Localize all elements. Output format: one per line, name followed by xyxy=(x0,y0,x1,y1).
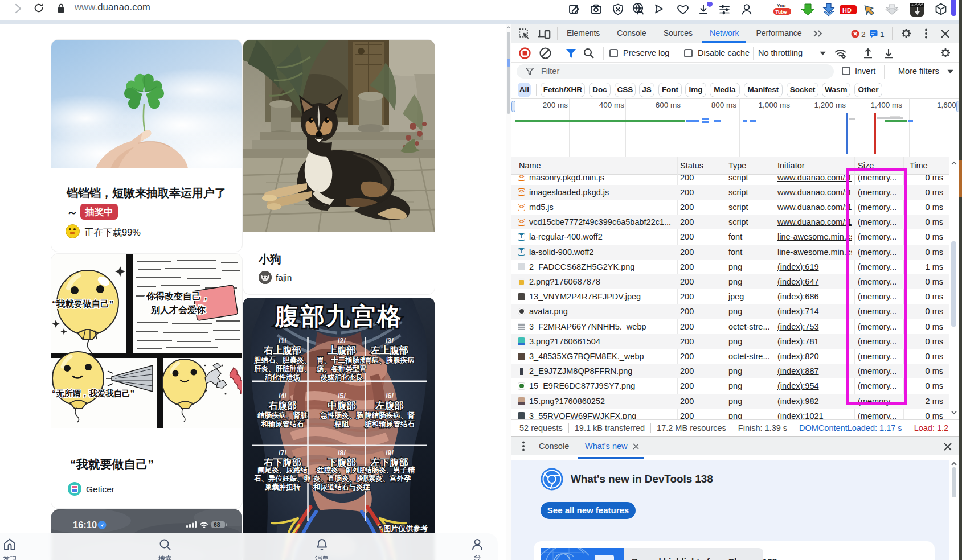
svg-text:和输尿管结石: 和输尿管结石 xyxy=(261,419,305,428)
svg-text:/4/: /4/ xyxy=(279,392,286,400)
svg-text:/7/: /7/ xyxy=(279,449,286,457)
svg-text:/9/: /9/ xyxy=(386,449,394,457)
svg-text:/2/: /2/ xyxy=(338,337,346,345)
svg-text:16:10: 16:10 xyxy=(73,520,97,530)
svg-text:上腹部: 上腹部 xyxy=(328,345,356,355)
svg-text:HD: HD xyxy=(842,7,852,14)
svg-text:阑尾炎、尿路结: 阑尾炎、尿路结 xyxy=(257,466,308,474)
svg-text:/5/: /5/ xyxy=(338,392,346,400)
svg-text:胃病、胰腺疾病: 胃病、胰腺疾病 xyxy=(365,356,415,364)
svg-text:梗阻: 梗阻 xyxy=(334,420,350,428)
svg-text:和尿道结石与炎症: 和尿道结石与炎症 xyxy=(313,483,371,491)
svg-text:胃、十二指肠溃: 胃、十二指肠溃 xyxy=(317,356,367,364)
svg-text:肝炎、肝脏肿瘤、: 肝炎、肝脏肿瘤、 xyxy=(253,364,311,373)
svg-text:石、异位妊娠、卵: 石、异位妊娠、卵 xyxy=(253,475,311,483)
svg-text:脏和输尿管结石: 脏和输尿管结石 xyxy=(364,419,415,428)
svg-text:/3/: /3/ xyxy=(386,337,394,345)
svg-text:胆结石、胆囊炎、: 胆结石、胆囊炎、 xyxy=(253,356,311,364)
svg-text:“我就要做自己”: “我就要做自己” xyxy=(52,299,114,308)
svg-text:腹部九宫格: 腹部九宫格 xyxy=(275,303,403,330)
svg-text:巢囊肿扭转: 巢囊肿扭转 xyxy=(265,483,301,491)
svg-text:/1/: /1/ xyxy=(279,337,286,345)
svg-text:索炎、宫外孕: 索炎、宫外孕 xyxy=(369,475,412,483)
svg-text:炎、直肠炎、膀胱: 炎、直肠炎、膀胱 xyxy=(313,475,371,483)
svg-text:炎或消化不良: 炎或消化不良 xyxy=(321,373,363,381)
svg-text:Tube: Tube xyxy=(776,9,787,15)
svg-text:左上腹部: 左上腹部 xyxy=(370,345,409,355)
svg-text:结肠炎、男子精: 结肠炎、男子精 xyxy=(364,466,415,474)
svg-text:左腹部: 左腹部 xyxy=(375,400,404,410)
svg-text:结肠疾病、肾脏: 结肠疾病、肾脏 xyxy=(257,411,308,419)
svg-text:疡、各种类型胃: 疡、各种类型胃 xyxy=(316,364,367,373)
svg-text:/6/: /6/ xyxy=(386,392,394,400)
svg-text:右上腹部: 右上腹部 xyxy=(263,345,302,355)
svg-text:你得改变自己，: 你得改变自己， xyxy=(146,291,210,301)
svg-text:68: 68 xyxy=(214,521,220,528)
svg-text:降结肠疾病、肾: 降结肠疾病、肾 xyxy=(365,411,415,419)
svg-text:右腹部: 右腹部 xyxy=(268,400,297,410)
svg-text:“无所谓，我爱我自己”: “无所谓，我爱我自己” xyxy=(52,389,134,398)
svg-text:2: 2 xyxy=(861,30,866,39)
svg-text:消化性溃疡: 消化性溃疡 xyxy=(264,373,301,381)
svg-text:盆腔炎、前列腺: 盆腔炎、前列腺 xyxy=(316,466,367,474)
svg-text:You: You xyxy=(777,3,785,9)
svg-text:别人才会爱你: 别人才会爱你 xyxy=(150,304,206,315)
svg-text:* 图片仅供参考: * 图片仅供参考 xyxy=(379,524,428,533)
svg-text:/8/: /8/ xyxy=(338,449,346,457)
svg-text:急性肠炎、肠: 急性肠炎、肠 xyxy=(320,411,364,419)
svg-text:1: 1 xyxy=(880,30,885,39)
svg-text:中腹部: 中腹部 xyxy=(328,400,356,410)
